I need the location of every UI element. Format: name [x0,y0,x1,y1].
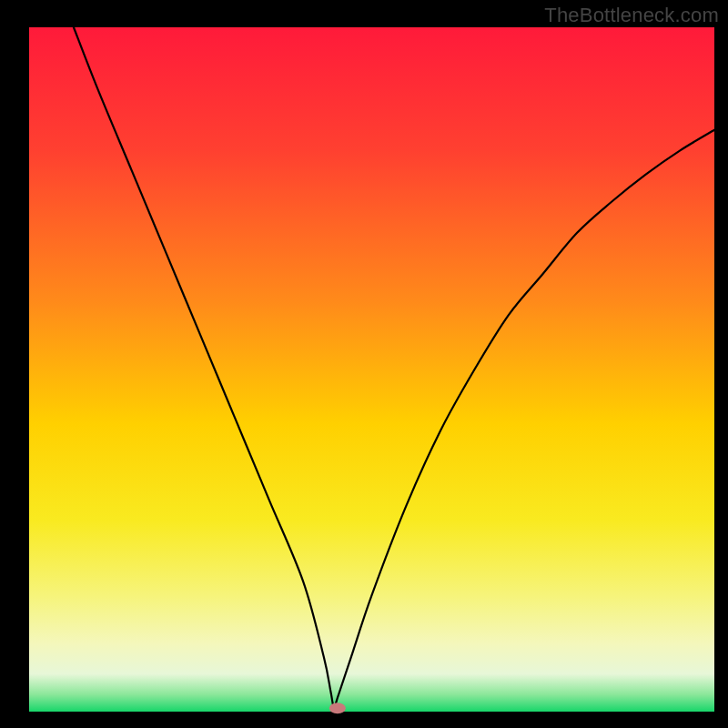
bottleneck-chart [0,0,728,728]
chart-frame: TheBottleneck.com [0,0,728,728]
watermark-text: TheBottleneck.com [544,4,719,27]
minimum-marker [329,703,346,713]
plot-background [29,27,714,712]
